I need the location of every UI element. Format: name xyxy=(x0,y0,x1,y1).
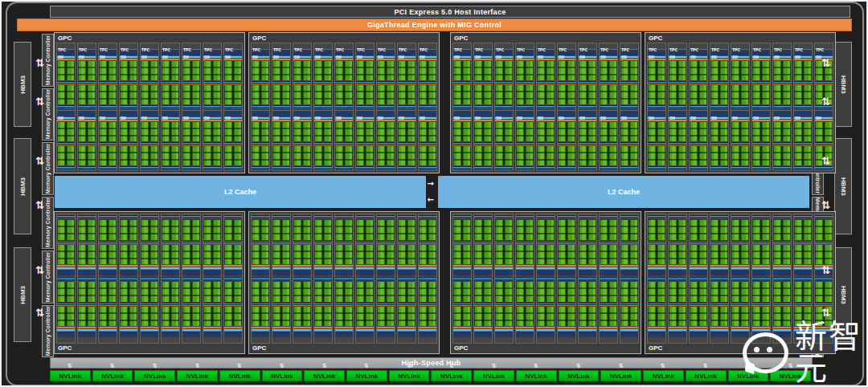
sm-header: SM xyxy=(99,331,117,337)
sm-header: SM xyxy=(377,269,395,275)
tpc-column: TPCSMSM xyxy=(376,214,395,344)
sm-processing-block xyxy=(377,245,395,265)
sm-tex-strip xyxy=(474,166,492,170)
sm-block: SM xyxy=(377,276,395,337)
sm-mid-strip xyxy=(710,142,728,145)
sm-header: SM xyxy=(356,331,374,337)
sm-scheduler-strip xyxy=(419,327,436,328)
tpc-label-text: TPC xyxy=(453,48,462,52)
tpc-label-text: TPC xyxy=(141,343,149,344)
sm-mid-strip xyxy=(752,241,770,244)
tpc-column: TPCSMSM xyxy=(355,214,375,344)
sm-header: SM xyxy=(419,110,436,116)
sm-mid-strip xyxy=(537,81,555,84)
sm-mid-strip xyxy=(377,142,395,145)
sm-mid-strip xyxy=(224,241,242,244)
bubble-eye-icon xyxy=(754,347,760,352)
tpc-label-text: TPC xyxy=(314,343,323,344)
gigathread-engine-bar: GigaThread Engine with MIG Control xyxy=(17,18,852,31)
sm-processing-block xyxy=(516,220,534,240)
memory-controller-segment: Memory Controller xyxy=(42,142,54,195)
sm-scheduler-strip xyxy=(57,327,75,328)
sm-processing-block xyxy=(794,85,812,104)
sm-mid-strip xyxy=(272,303,290,306)
sm-header: SM xyxy=(356,269,374,275)
sm-mid-strip xyxy=(710,241,728,244)
sm-block: SM xyxy=(620,214,638,275)
sm-header: SM xyxy=(474,110,492,116)
sm-tex-strip xyxy=(773,215,791,219)
sm-processing-block xyxy=(203,245,221,265)
sm-scheduler-strip xyxy=(78,265,96,267)
tpc-column: TPCSMSM xyxy=(77,43,96,171)
tpc-column: TPCSMSM xyxy=(376,43,395,171)
sm-mid-strip xyxy=(57,81,75,84)
sm-processing-block xyxy=(690,307,707,327)
sm-mid-strip xyxy=(252,142,269,145)
nvlink-block: ⇅NVLink xyxy=(346,370,387,381)
sm-block: SM xyxy=(773,214,791,275)
sm-block: SM xyxy=(773,49,791,109)
sm-mid-strip xyxy=(579,303,596,306)
tpc-label-text: TPC xyxy=(669,48,678,52)
sm-header-label: SM xyxy=(335,55,342,59)
sm-block: SM xyxy=(558,214,575,275)
sm-tex-strip xyxy=(690,166,707,170)
sm-processing-block xyxy=(537,61,555,80)
sm-processing-block xyxy=(690,220,707,240)
sm-processing-block xyxy=(162,245,179,265)
sm-header: SM xyxy=(57,110,75,116)
sm-processing-block xyxy=(620,85,638,104)
updown-arrows-icon: ⇅ xyxy=(576,363,581,369)
sm-tex-strip xyxy=(182,277,200,281)
sm-mid-strip xyxy=(669,241,686,244)
sm-processing-block xyxy=(224,282,242,302)
tpc-label: TPC xyxy=(558,43,575,48)
sm-header: SM xyxy=(600,110,617,116)
sm-processing-block xyxy=(162,61,179,80)
sm-block: SM xyxy=(648,110,665,170)
tpc-column: TPCSMSM xyxy=(161,214,180,344)
sm-processing-block xyxy=(162,307,179,327)
sm-tex-strip xyxy=(377,277,395,281)
wechat-bubble-icon xyxy=(743,332,788,373)
sm-header: SM xyxy=(314,331,332,337)
sm-mid-strip xyxy=(356,241,374,244)
sm-block: SM xyxy=(57,49,75,109)
sm-block: SM xyxy=(99,276,117,337)
sm-tex-strip xyxy=(669,166,686,170)
sm-processing-block xyxy=(398,245,416,265)
gpc-row-top: GPCTPCSMSMTPCSMSMTPCSMSMTPCSMSMTPCSMSMTP… xyxy=(54,32,810,173)
tpc-column: TPCSMSM xyxy=(293,43,312,171)
sm-processing-block xyxy=(335,220,353,240)
sm-scheduler-strip xyxy=(293,265,311,267)
l2-cache-row: L2 Cache L2 Cache → ← xyxy=(54,175,810,209)
sm-scheduler-strip xyxy=(516,327,534,328)
sm-processing-block xyxy=(558,245,575,265)
nvlink-block: ⇅NVLink xyxy=(643,370,684,381)
sm-tex-strip xyxy=(162,277,179,281)
sm-tex-strip xyxy=(537,105,555,109)
sm-tex-strip xyxy=(558,215,575,219)
tpc-label-text: TPC xyxy=(600,343,608,344)
sm-tex-strip xyxy=(377,105,395,109)
sm-mid-strip xyxy=(419,81,436,84)
sm-processing-block xyxy=(162,85,179,104)
updown-arrows-icon: ⇅ xyxy=(821,58,830,68)
sm-mid-strip xyxy=(141,241,158,244)
sm-block: SM xyxy=(335,214,353,275)
sm-block: SM xyxy=(293,110,311,170)
tpc-label: TPC xyxy=(377,43,395,48)
sm-tex-strip xyxy=(398,105,416,109)
sm-tex-strip xyxy=(474,277,492,281)
sm-processing-block xyxy=(495,146,513,165)
sm-tex-strip xyxy=(794,105,812,109)
gpc-box: GPCTPCSMSMTPCSMSMTPCSMSMTPCSMSMTPCSMSMTP… xyxy=(450,32,641,173)
sm-processing-block xyxy=(474,220,492,240)
sm-mid-strip xyxy=(648,142,665,145)
sm-block: SM xyxy=(78,49,96,109)
sm-tex-strip xyxy=(419,166,436,170)
sm-mid-strip xyxy=(120,81,137,84)
tpc-label-text: TPC xyxy=(495,343,504,344)
sm-header: SM xyxy=(648,110,665,116)
